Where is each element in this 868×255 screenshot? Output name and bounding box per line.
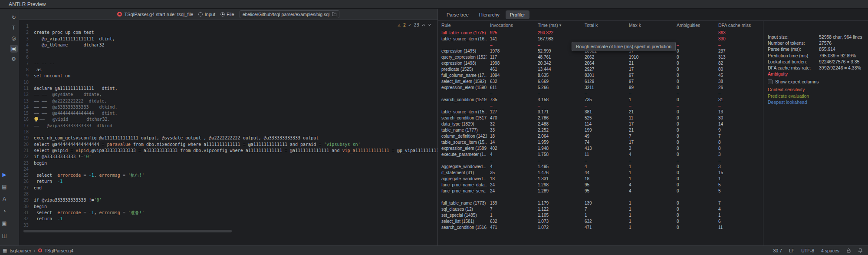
code-line[interactable]: 25 select errorcode = -1, errormsg = '执行… bbox=[19, 172, 437, 179]
tab-hierarchy[interactable]: Hierarchy bbox=[475, 10, 504, 19]
profiler-row[interactable]: table_source_item (15...1273.17138121013 bbox=[438, 109, 763, 115]
breadcrumb-project[interactable]: tsql-parser bbox=[10, 248, 31, 253]
next-problem-icon[interactable] bbox=[428, 23, 431, 26]
inspections-widget[interactable]: ⚠ 2 ✓ 23 bbox=[398, 22, 431, 27]
search-icon[interactable]: ◎ bbox=[10, 34, 18, 42]
code-line[interactable]: 13—— —— @a2222222222 dtdate, bbox=[19, 98, 437, 104]
code-line[interactable]: 1 bbox=[19, 23, 437, 30]
input-radio[interactable]: Input bbox=[198, 12, 215, 17]
code-line[interactable]: 9set nocount on bbox=[19, 73, 437, 79]
column-header-ambiguities[interactable]: Ambiguities bbox=[673, 23, 715, 28]
expert-columns-checkbox[interactable] bbox=[768, 79, 773, 84]
code-editor[interactable]: 12create proc up_com_test3 @p_vipa111111… bbox=[19, 20, 437, 245]
profiler-row[interactable]: expression (1498)199820.342206421082 bbox=[438, 60, 763, 66]
lock-icon[interactable] bbox=[846, 248, 851, 253]
code-line[interactable]: 7-- -- -- bbox=[19, 61, 437, 67]
profiler-row[interactable]: func_proc_name_serv...241.28995405 bbox=[438, 188, 763, 194]
profiler-row[interactable]: func_proc_name_data...241.29895405 bbox=[438, 182, 763, 188]
code-line[interactable]: 22if @a33333333333 !='0' bbox=[19, 154, 437, 160]
antlr-preview-icon[interactable]: ▶ bbox=[1, 171, 8, 178]
code-line[interactable]: 26 return -1 bbox=[19, 179, 437, 185]
code-line[interactable]: 32 return -1 bbox=[19, 216, 437, 222]
input-radio-circle[interactable] bbox=[198, 12, 203, 17]
code-line[interactable]: 33 bbox=[19, 222, 437, 229]
code-line[interactable]: 19exec nb_com_getsysconfig @a11111111111… bbox=[19, 135, 437, 141]
highlight-icon[interactable]: ▣ bbox=[10, 45, 18, 53]
tab-parse-tree[interactable]: Parse tree bbox=[442, 10, 473, 19]
profiler-row[interactable]: –––––– bbox=[438, 103, 763, 109]
code-line[interactable]: 11declare @a1111111111111 dtint, bbox=[19, 86, 437, 92]
code-line[interactable]: 28 bbox=[19, 191, 437, 197]
text-mode-icon[interactable]: T bbox=[10, 24, 18, 32]
profiler-row[interactable]: table_source_item (16...141167.983830 bbox=[438, 36, 763, 42]
horizontal-scrollbar[interactable] bbox=[23, 230, 232, 232]
structure-icon[interactable]: ▤ bbox=[1, 183, 8, 190]
code-line[interactable]: 5 bbox=[19, 48, 437, 54]
code-line[interactable]: 31 select errorcode = -1, errormsg = '准备… bbox=[19, 210, 437, 216]
code-line[interactable]: 3 @p_vipa1111111111111 dtint, bbox=[19, 36, 437, 42]
column-header-rule[interactable]: Rule bbox=[438, 23, 487, 28]
notifications-bell-icon[interactable] bbox=[858, 248, 863, 253]
problems-tool-icon[interactable]: ▣ bbox=[1, 220, 8, 227]
file-path-field[interactable]: ebelice/Github/tsql-parser/examples/big.… bbox=[240, 10, 340, 18]
refresh-icon[interactable]: ↻ bbox=[10, 13, 18, 21]
code-line[interactable]: 2create proc up_com_test bbox=[19, 30, 437, 36]
code-line[interactable]: 8 as bbox=[19, 67, 437, 73]
profiler-row[interactable]: full_table_name (1773)1391.179139107 bbox=[438, 200, 763, 206]
code-line[interactable]: 30begin bbox=[19, 204, 437, 210]
column-header-total-k[interactable]: Total k bbox=[581, 23, 625, 28]
code-line[interactable]: 17—— @vipa333333333333 dtkind bbox=[19, 123, 437, 129]
profiler-row[interactable]: query_expression (1527)11748.76120621910… bbox=[438, 54, 763, 60]
code-line[interactable]: 20select @a4444444444444444 = paravalue … bbox=[19, 142, 437, 148]
code-line[interactable]: 14—— —— @a333333333333 dtkind, bbox=[19, 104, 437, 110]
profiler-row[interactable]: aggregate_windowed...181.33118101 bbox=[438, 176, 763, 182]
column-header-max-k[interactable]: Max k bbox=[625, 23, 673, 28]
profiler-row[interactable]: full_column_name (17...10948.63583019704… bbox=[438, 72, 763, 78]
profiler-row[interactable]: search_condition (1519)7354.1587351031 bbox=[438, 96, 763, 103]
profiler-row[interactable]: column_definition (1421)182.06449707 bbox=[438, 133, 763, 139]
code-line[interactable]: 12—— —— @sysdate dtdate, bbox=[19, 92, 437, 98]
code-line[interactable]: 29if @vipa333333333333 !='0' bbox=[19, 197, 437, 203]
profiler-row[interactable]: execute_parameter (1...41.75811403 bbox=[438, 151, 763, 157]
profiler-row[interactable] bbox=[438, 194, 763, 200]
file-radio-circle[interactable] bbox=[220, 12, 225, 17]
file-radio[interactable]: File bbox=[220, 12, 234, 17]
column-header-time-ms-[interactable]: Time (ms)▾ bbox=[534, 23, 581, 28]
status-item[interactable]: 30:7 bbox=[773, 248, 782, 253]
profiler-row[interactable]: select_list_elem (1592)6326.669612997038 bbox=[438, 78, 763, 84]
code-line[interactable]: 21select @vipid = vipid,@vipa33333333333… bbox=[19, 148, 437, 154]
code-line[interactable]: 10 bbox=[19, 79, 437, 86]
column-header-invocations[interactable]: Invocations bbox=[487, 23, 534, 28]
profiler-row[interactable]: full_table_name (1775)925294.322863 bbox=[438, 30, 763, 36]
tab-profiler[interactable]: Profiler bbox=[506, 10, 529, 19]
profiler-row[interactable]: if_statement (31)351.476441015 bbox=[438, 169, 763, 176]
profiler-row[interactable]: –––––– bbox=[438, 157, 763, 163]
code-line[interactable]: 27end bbox=[19, 185, 437, 191]
browse-folder-icon[interactable] bbox=[332, 12, 336, 16]
profiler-row[interactable]: expression_elem (1590)6115.266321199026 bbox=[438, 84, 763, 90]
profiler-row[interactable]: expression_elem (1589)4021.948413308 bbox=[438, 145, 763, 151]
profiler-row[interactable]: –––––– bbox=[438, 90, 763, 96]
profiler-row[interactable]: select_list (1581)6321.073632106 bbox=[438, 218, 763, 224]
profiler-row[interactable]: table_source_item (15...141.959741708 bbox=[438, 139, 763, 145]
breadcrumb-file[interactable]: TSqlParser.g4 bbox=[45, 248, 74, 253]
code-line[interactable]: 16—— @vipid dtchar32, bbox=[19, 116, 437, 123]
profiler-row[interactable]: table_name (1777)332.2521992109 bbox=[438, 127, 763, 133]
profiler-row[interactable]: set_special (1485)11.1051101 bbox=[438, 212, 763, 218]
run-tool-icon[interactable]: ◔ bbox=[1, 208, 8, 215]
intention-bulb-icon[interactable] bbox=[34, 117, 39, 122]
profiler-row[interactable]: data_type (1829)322.48811417014 bbox=[438, 121, 763, 127]
code-line[interactable]: 15—— —— @a44444444444444 dtint, bbox=[19, 110, 437, 116]
profiler-row[interactable]: predicate (1525)46113.444292717080 bbox=[438, 66, 763, 72]
code-line[interactable]: 23begin bbox=[19, 160, 437, 166]
expert-columns-option[interactable]: Show expert columns bbox=[768, 79, 865, 84]
window-menu-icon[interactable]: ▦ bbox=[3, 248, 7, 253]
code-line[interactable]: 24 bbox=[19, 166, 437, 172]
profiler-row[interactable]: sql_clauses (12)71.1227104 bbox=[438, 206, 763, 212]
status-item[interactable]: UTF-8 bbox=[801, 248, 814, 253]
version-control-icon[interactable]: ◫ bbox=[1, 232, 8, 239]
code-line[interactable]: 4 @p_tblname dtchar32 bbox=[19, 42, 437, 48]
profiler-row[interactable]: aggregate_windowed...41.4954103 bbox=[438, 163, 763, 169]
column-header-dfa-cache-miss[interactable]: DFA cache miss bbox=[715, 23, 763, 28]
prev-problem-icon[interactable] bbox=[422, 23, 425, 26]
